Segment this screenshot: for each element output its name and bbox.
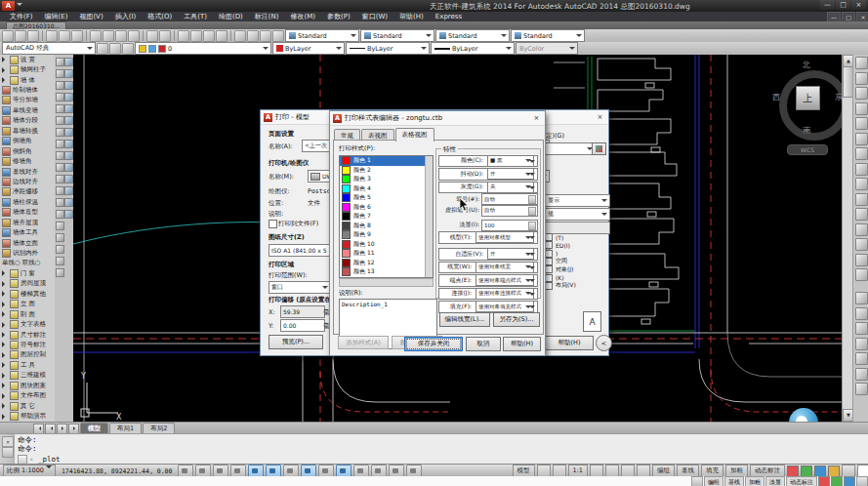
plot-icon[interactable]	[46, 30, 58, 42]
screen-menu-item[interactable]: 工 具	[0, 360, 55, 370]
screen-menu-item[interactable]: 文件布图	[0, 390, 55, 400]
lineweight-combo[interactable]: ByLayer	[431, 42, 515, 55]
copy-object-icon[interactable]	[855, 72, 868, 85]
tz-ghost-more-icon[interactable]	[856, 476, 868, 486]
add-style-button[interactable]: 添加样式(A)	[338, 336, 389, 349]
edit-plot-style-icon[interactable]	[592, 142, 606, 155]
ellipse-arc-icon[interactable]	[56, 175, 64, 183]
screen-menu-item[interactable]: 修墙角	[0, 156, 55, 166]
tz-tool-icon[interactable]	[64, 116, 73, 125]
region-icon[interactable]	[56, 245, 64, 254]
plot-option-checkbox[interactable]	[545, 282, 553, 290]
hatch-icon[interactable]	[56, 222, 64, 230]
revcloud-icon[interactable]	[56, 140, 64, 148]
颜色 3[interactable]: 颜色 3	[340, 175, 433, 184]
tz-status-icon[interactable]	[787, 466, 799, 477]
plot-preview-icon[interactable]	[59, 30, 70, 42]
erase-icon[interactable]	[855, 57, 868, 69]
plot-style-table-combo[interactable]	[545, 142, 596, 155]
screen-menu-item[interactable]: 单线○ 双线○	[0, 259, 55, 268]
shade-quality-combo[interactable]: 规	[545, 208, 610, 221]
move-icon[interactable]	[855, 133, 868, 145]
spinner-icon[interactable]	[528, 222, 536, 230]
ungroup-icon[interactable]	[855, 368, 868, 381]
ctb-tab[interactable]: 表格视图	[395, 128, 434, 142]
command-window[interactable]: × 命令: 命令: - _plot	[0, 433, 868, 465]
match-properties-icon[interactable]	[128, 30, 140, 42]
tz-tool-icon[interactable]	[64, 186, 73, 195]
style-list-scrollbar[interactable]	[425, 156, 433, 277]
command-input[interactable]: - _plot	[29, 455, 61, 464]
open-icon[interactable]	[15, 30, 26, 42]
group-icon[interactable]	[855, 352, 868, 365]
tz-tool-icon[interactable]	[64, 81, 73, 90]
plot-option-row[interactable]: 空间	[545, 258, 607, 265]
gradient-icon[interactable]	[56, 233, 64, 242]
pan-icon[interactable]	[178, 30, 189, 42]
stretch-icon[interactable]	[855, 178, 868, 190]
cancel-button[interactable]: 取消	[466, 337, 501, 351]
undo-icon[interactable]	[146, 30, 158, 42]
zoom-realtime-icon[interactable]	[190, 30, 202, 42]
copy-icon[interactable]	[103, 30, 114, 42]
plot-option-checkbox[interactable]	[545, 250, 553, 258]
screen-menu-item[interactable]: 单线变墙	[0, 105, 55, 115]
line-icon[interactable]	[56, 58, 64, 66]
menu-item[interactable]: 标注(N)	[249, 12, 285, 21]
spinner-icon[interactable]	[528, 195, 536, 204]
draworder-front-icon[interactable]	[855, 292, 868, 304]
screen-menu-item[interactable]: 倒墙角	[0, 137, 55, 146]
menu-item[interactable]: 视图(V)	[73, 12, 108, 21]
screen-menu-item[interactable]: 图块图案	[0, 381, 55, 390]
tz-status-icon[interactable]	[801, 466, 812, 477]
tz-ghost-toggle[interactable]: 基线	[724, 476, 744, 486]
polyline-icon[interactable]	[56, 81, 64, 90]
table-icon[interactable]	[56, 257, 64, 265]
property-control[interactable]: 使用对象端点样式	[475, 274, 534, 286]
color-combo[interactable]: ByLayer	[272, 42, 345, 55]
save-as-button[interactable]: 另存为(S)...	[493, 312, 540, 327]
separator[interactable]	[86, 30, 87, 41]
screen-menu-item[interactable]: 幕墙转换	[0, 126, 55, 136]
tool-palettes-icon[interactable]	[260, 30, 271, 42]
polygon-icon[interactable]	[56, 93, 64, 101]
screen-menu-item[interactable]: 设 置	[0, 55, 55, 64]
property-control[interactable]: 使用对象填充样式	[475, 301, 534, 312]
prev-tab-icon[interactable]	[45, 424, 56, 434]
tz-ghost-icon[interactable]	[844, 476, 855, 486]
explode-icon[interactable]	[855, 268, 868, 281]
draworder-back-icon[interactable]	[855, 307, 868, 320]
viewcube-top-face[interactable]: 上	[796, 86, 820, 110]
ellipse-icon[interactable]	[56, 163, 64, 172]
spinner-icon[interactable]	[528, 207, 536, 216]
plot-range-combo[interactable]: 窗口	[269, 281, 331, 294]
edit-lineweight-button[interactable]: 编辑线宽(L)...	[439, 312, 490, 327]
linetype-combo[interactable]: ByLayer	[346, 42, 430, 55]
property-control[interactable]: 使用对象线型	[475, 231, 534, 243]
plot-option-checkbox[interactable]	[545, 241, 553, 249]
save-icon[interactable]	[27, 30, 39, 42]
tz-ghost-icon[interactable]	[818, 476, 830, 486]
screen-menu-item[interactable]: 轴网柱子	[0, 64, 55, 74]
plot-option-row[interactable]: )	[545, 250, 607, 258]
颜色 5[interactable]: 颜色 5	[340, 193, 433, 203]
workspace-combo[interactable]: AutoCAD 经典	[2, 42, 96, 55]
screen-menu-item[interactable]: 墙体分段	[0, 116, 55, 126]
quick-access-arrow-icon[interactable]	[17, 3, 22, 9]
property-control[interactable]: 使用对象线宽	[475, 262, 534, 273]
zoom-previous-icon[interactable]	[216, 30, 227, 42]
property-control[interactable]: 使用对象连接样式	[475, 288, 534, 300]
layer-match-icon[interactable]	[109, 43, 121, 55]
property-control[interactable]: 关	[487, 182, 534, 193]
viewcube-north-label[interactable]: 北	[803, 60, 810, 70]
tz-ghost-icon[interactable]	[831, 476, 843, 486]
screen-menu-item[interactable]: 墙体造型	[0, 208, 55, 218]
command-customize-icon[interactable]	[2, 447, 14, 458]
command-close-icon[interactable]: ×	[2, 436, 14, 447]
property-control[interactable]: 100	[481, 220, 538, 231]
screen-menu-item[interactable]: 等分加墙	[0, 96, 55, 105]
property-control[interactable]: 开	[487, 248, 534, 260]
trim-icon[interactable]	[855, 193, 868, 206]
offset-icon[interactable]	[855, 102, 868, 115]
help-icon[interactable]	[272, 30, 284, 42]
